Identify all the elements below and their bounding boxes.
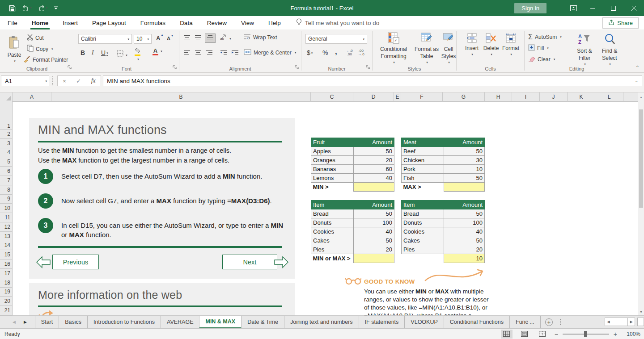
- meat-table[interactable]: MeatAmountBeef50Chicken30Pork10Fish50MAX…: [401, 138, 485, 192]
- increase-font-size-button[interactable]: A▲: [156, 35, 160, 42]
- fruit-table[interactable]: FruitAmountApples50Oranges20Bananas60Lem…: [311, 138, 394, 192]
- row-header-20[interactable]: 20: [0, 297, 12, 306]
- table-cell[interactable]: Lemons: [311, 174, 354, 183]
- table-cell[interactable]: 60: [354, 165, 394, 174]
- font-dialog-launcher-icon[interactable]: [173, 65, 177, 71]
- column-header-F[interactable]: F: [401, 92, 443, 102]
- table-header-cell[interactable]: Fruit: [311, 138, 354, 147]
- horizontal-scrollbar[interactable]: ◀ ▶: [605, 318, 635, 326]
- percent-style-button[interactable]: %: [322, 49, 328, 56]
- middle-align-icon[interactable]: [195, 35, 202, 42]
- find-select-button[interactable]: Find & Select: [598, 33, 621, 67]
- comma-style-button[interactable]: ,: [335, 47, 337, 56]
- sheet-tab-basics[interactable]: Basics: [59, 316, 88, 328]
- table-cell[interactable]: 20: [444, 245, 485, 254]
- table-cell[interactable]: 50: [354, 236, 394, 245]
- row-header-10[interactable]: 10: [0, 204, 12, 213]
- sheet-tab-introduction-to-functions[interactable]: Introduction to Functions: [88, 316, 161, 328]
- minimize-button[interactable]: [582, 0, 603, 16]
- column-header-L[interactable]: L: [595, 92, 623, 102]
- sheet-tab-conditional-functions[interactable]: Conditional Functions: [444, 316, 510, 328]
- wrap-text-button[interactable]: Wrap Text: [244, 34, 277, 41]
- table-cell[interactable]: 50: [354, 147, 394, 156]
- name-box[interactable]: A1: [1, 75, 49, 86]
- table-header-cell[interactable]: Amount: [444, 201, 485, 209]
- table-footer-label[interactable]: MIN >: [311, 183, 354, 192]
- row-header-5[interactable]: 5: [0, 157, 12, 167]
- tab-help[interactable]: Help: [267, 16, 282, 29]
- sheet-tab-average[interactable]: AVERAGE: [161, 316, 200, 328]
- tab-file[interactable]: File: [6, 16, 19, 29]
- cut-button[interactable]: Cut: [27, 34, 44, 42]
- vertical-scrollbar-thumb[interactable]: [639, 109, 643, 208]
- column-header-G[interactable]: G: [443, 92, 485, 102]
- previous-button[interactable]: Previous: [52, 255, 99, 269]
- table-cell[interactable]: Donuts: [402, 218, 444, 227]
- vertical-scrollbar[interactable]: [638, 92, 644, 315]
- table-header-cell[interactable]: Amount: [354, 201, 394, 209]
- merge-center-button[interactable]: Merge & Center: [244, 49, 296, 56]
- tab-page-layout[interactable]: Page Layout: [91, 16, 127, 29]
- select-all-corner[interactable]: [0, 92, 13, 102]
- table-cell[interactable]: 20: [354, 156, 394, 165]
- sheet-tab-if-statements[interactable]: IF statements: [359, 316, 405, 328]
- table-footer-label[interactable]: MIN or MAX >: [311, 254, 354, 263]
- scroll-down-icon[interactable]: [638, 308, 644, 315]
- table-cell[interactable]: 50: [444, 209, 485, 218]
- sheet-tab-func[interactable]: Func ...: [510, 316, 541, 328]
- fill-color-button[interactable]: [135, 48, 141, 62]
- table-cell[interactable]: Oranges: [311, 156, 354, 165]
- table-cell[interactable]: 50: [444, 236, 485, 245]
- column-header-E[interactable]: E: [394, 92, 401, 102]
- row-header-19[interactable]: 19: [0, 288, 12, 297]
- underline-button[interactable]: U: [101, 49, 108, 56]
- table-footer-label[interactable]: [402, 254, 444, 263]
- page-layout-view-icon[interactable]: [519, 330, 530, 339]
- tab-formulas[interactable]: Formulas: [139, 16, 167, 29]
- share-button[interactable]: Share: [602, 17, 639, 29]
- font-name-select[interactable]: Calibri: [78, 34, 132, 44]
- table-header-cell[interactable]: Amount: [444, 138, 485, 147]
- table-cell[interactable]: Cookies: [402, 227, 444, 236]
- clipboard-dialog-launcher-icon[interactable]: [68, 65, 72, 71]
- item-table-left[interactable]: ItemAmountBread50Donuts100Cookies40Cakes…: [311, 200, 394, 263]
- zoom-in-icon[interactable]: +: [614, 331, 617, 338]
- table-cell[interactable]: Pies: [311, 245, 354, 254]
- normal-view-icon[interactable]: [501, 330, 513, 339]
- table-cell[interactable]: Cakes: [402, 236, 444, 245]
- table-header-cell[interactable]: Amount: [354, 138, 394, 147]
- answer-cell[interactable]: 10: [444, 254, 485, 263]
- sheet-tab-date-time[interactable]: Date & Time: [242, 316, 284, 328]
- table-cell[interactable]: Bread: [402, 209, 444, 218]
- column-header-C[interactable]: C: [311, 92, 353, 102]
- table-cell[interactable]: Cookies: [311, 227, 354, 236]
- tab-scroll-left-icon[interactable]: ◀: [13, 320, 16, 324]
- increase-decimal-button[interactable]: ←.0.00: [346, 49, 353, 56]
- row-header-11[interactable]: 11: [0, 213, 12, 222]
- table-cell[interactable]: Beef: [402, 147, 444, 156]
- insert-function-icon[interactable]: fx: [91, 77, 96, 84]
- tab-view[interactable]: View: [240, 16, 255, 29]
- zoom-out-icon[interactable]: −: [555, 331, 558, 338]
- tab-insert[interactable]: Insert: [61, 16, 79, 29]
- table-cell[interactable]: Pork: [402, 165, 444, 174]
- zoom-slider-thumb[interactable]: [584, 331, 587, 337]
- copy-button[interactable]: Copy: [27, 45, 53, 53]
- font-color-button[interactable]: A: [153, 47, 162, 55]
- number-format-select[interactable]: General: [305, 34, 367, 44]
- row-header-4[interactable]: 4: [0, 148, 12, 158]
- table-cell[interactable]: 50: [444, 174, 485, 183]
- table-header-cell[interactable]: Item: [402, 201, 444, 209]
- table-cell[interactable]: 10: [444, 165, 485, 174]
- row-header-2[interactable]: 2: [0, 130, 12, 139]
- italic-button[interactable]: I: [92, 49, 94, 56]
- confirm-entry-icon[interactable]: ✓: [76, 78, 81, 84]
- top-align-icon[interactable]: [183, 35, 191, 42]
- increase-indent-icon[interactable]: [231, 50, 239, 57]
- format-cells-button[interactable]: Format: [501, 33, 521, 57]
- worksheet-grid[interactable]: 123456789101112131415161718192021 MIN an…: [0, 102, 638, 315]
- customize-qat-icon[interactable]: [54, 6, 58, 10]
- column-header-B[interactable]: B: [51, 92, 311, 102]
- table-cell[interactable]: Donuts: [311, 218, 354, 227]
- item-table-right[interactable]: ItemAmountBread50Donuts100Cookies40Cakes…: [401, 200, 485, 263]
